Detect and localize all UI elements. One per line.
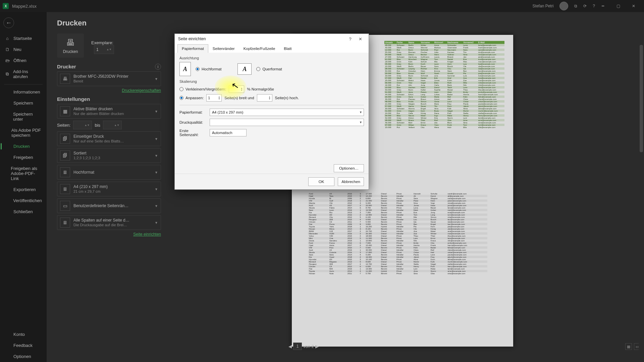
setting-icon: 🗏	[60, 167, 70, 177]
fit-wide-spinner[interactable]: 1▲▼	[206, 94, 222, 102]
nav-item-12[interactable]: Veröffentlichen	[0, 195, 47, 206]
scaling-label: Skalierung	[179, 79, 364, 83]
fit-tall-spinner[interactable]: ▲▼	[257, 94, 272, 102]
pages-to-input[interactable]: ▲▼	[103, 121, 122, 129]
page-navigation: ◀ 1 von 2 ▶	[288, 343, 319, 350]
copies-spinner[interactable]: 1▲▼	[94, 45, 114, 54]
app-icon: X	[3, 3, 9, 9]
portrait-radio[interactable]: Hochformat	[196, 67, 221, 71]
chevron-down-icon: ▼	[155, 171, 158, 174]
chevron-down-icon: ▼	[155, 187, 158, 191]
nav-footer-1[interactable]: Feedback	[0, 340, 47, 351]
nav-item-6[interactable]: Speichern unter	[0, 109, 47, 125]
show-margins-button[interactable]: ▦	[625, 343, 632, 350]
back-button[interactable]: ←	[3, 17, 14, 28]
dialog-tabs: Papierformat Seitenränder Kopfzeile/Fußz…	[175, 44, 369, 53]
page-setup-dialog: Seite einrichten ? ✕ Papierformat Seiten…	[174, 34, 369, 190]
nav-footer-0[interactable]: Konto	[0, 329, 47, 340]
nav-item-4[interactable]: Informationen	[0, 86, 47, 98]
setting-card-5[interactable]: ▭Benutzerdefinierte Seitenrän…▼	[57, 198, 161, 213]
chevron-down-icon: ▼	[155, 110, 158, 113]
tab-seitenraender[interactable]: Seitenränder	[208, 44, 239, 53]
dialog-title: Seite einrichten	[178, 37, 345, 41]
nav-footer-2[interactable]: Optionen	[0, 351, 47, 362]
copies-label: Exemplare:	[91, 40, 113, 45]
nav-item-7[interactable]: Als Adobe PDF speichern	[0, 125, 47, 141]
landscape-icon: A	[237, 63, 252, 75]
next-page-button[interactable]: ▶	[315, 344, 319, 349]
sync-icon[interactable]: ⟳	[583, 4, 587, 8]
adjust-suffix: % Normalgröße	[247, 87, 274, 91]
nav-item-5[interactable]: Speichern	[0, 98, 47, 109]
info-icon[interactable]: i	[155, 64, 161, 70]
cancel-button[interactable]: Abbrechen	[338, 177, 364, 186]
paper-size-label: Papierformat:	[179, 110, 206, 114]
setting-card-1[interactable]: 🗐Einseitiger DruckNur auf eine Seite des…	[57, 131, 161, 146]
tab-kopfzeile[interactable]: Kopfzeile/Fußzeile	[239, 44, 280, 53]
options-button[interactable]: Optionen…	[334, 164, 364, 172]
page-number-input[interactable]: 1	[293, 343, 302, 350]
fit-tall-label: Seite(n) hoch.	[275, 96, 299, 100]
nav-item-13[interactable]: Schließen	[0, 206, 47, 217]
adjust-radio[interactable]: Verkleinern/Vergrößern:	[179, 87, 226, 91]
settings-heading: Einstellungen	[57, 96, 161, 102]
nav-item-10[interactable]: Freigeben als Adobe-PDF-Link	[0, 163, 47, 184]
backstage-nav: ← ⌂Startseite🗋Neu🗁Öffnen⧉Add-Ins abrufen…	[0, 12, 47, 362]
nav-item-3[interactable]: ⧉Add-Ins abrufen	[0, 66, 47, 82]
page-setup-link[interactable]: Seite einrichten	[133, 232, 161, 237]
avatar[interactable]	[559, 2, 568, 10]
print-button[interactable]: 🖶 Drucken	[57, 34, 84, 58]
minimize-button[interactable]: ━	[595, 0, 610, 12]
setting-card-3[interactable]: 🗏Hochformat▼	[57, 165, 161, 180]
tab-blatt[interactable]: Blatt	[279, 44, 296, 53]
fit-radio[interactable]: Anpassen:	[179, 96, 204, 100]
printer-properties-link[interactable]: Druckereigenschaften	[122, 88, 161, 93]
share-icon[interactable]: ⧉	[574, 4, 577, 8]
print-quality-select[interactable]: ▼	[210, 119, 364, 126]
prev-page-button[interactable]: ◀	[288, 344, 292, 349]
orientation-group: Ausrichtung A Hochformat A Querformat	[179, 56, 364, 76]
nav-item-8[interactable]: Drucken	[0, 141, 47, 152]
scaling-group: Skalierung Verkleinern/Vergrößern: ▲▼ % …	[179, 79, 364, 102]
setting-icon: ▦	[60, 106, 70, 116]
chevron-down-icon: ▼	[155, 137, 158, 141]
titlebar: X Mappe2.xlsx Stefan Petri ⧉ ⟳ ? ━ ▢ ✕	[0, 0, 644, 12]
paper-size-select[interactable]: A4 (210 x 297 mm)▼	[210, 109, 364, 116]
setting-card-2[interactable]: 🗐Sortiert1;2;3 1;2;3 1;2;3▼	[57, 148, 161, 163]
landscape-radio[interactable]: Querformat	[256, 67, 282, 71]
setting-card-0[interactable]: ▦Aktive Blätter druckenNur die aktiven B…	[57, 104, 161, 119]
dialog-titlebar: Seite einrichten ? ✕	[175, 34, 369, 44]
scrollbar[interactable]	[639, 32, 644, 352]
setting-card-4[interactable]: 🗏A4 (210 x 297 mm)21 cm x 29,7 cm▼	[57, 182, 161, 196]
pages-from-input[interactable]: ▲▼	[73, 121, 92, 129]
setting-icon: 🗏	[60, 218, 70, 228]
setting-icon: 🗏	[60, 184, 70, 194]
setting-icon: 🗐	[60, 150, 70, 161]
ok-button[interactable]: OK	[308, 177, 334, 186]
nav-item-1[interactable]: 🗋Neu	[0, 44, 47, 55]
nav-icon: ⌂	[5, 36, 10, 41]
printer-selector[interactable]: 🖶 Brother MFC-J5620DW PrinterBereit ▼	[57, 71, 161, 86]
help-icon[interactable]: ?	[593, 4, 595, 8]
portrait-icon: A	[179, 62, 191, 76]
adjust-percent-spinner[interactable]: ▲▼	[229, 85, 244, 93]
close-button[interactable]: ✕	[626, 0, 641, 12]
filename-label: Mappe2.xlsx	[12, 4, 37, 9]
first-page-input[interactable]: Automatisch	[210, 129, 247, 136]
nav-item-11[interactable]: Exportieren	[0, 184, 47, 195]
pages-label: Seiten:	[57, 123, 70, 128]
print-title: Drucken	[47, 12, 644, 31]
dialog-close-button[interactable]: ✕	[355, 37, 365, 42]
maximize-button[interactable]: ▢	[610, 0, 626, 12]
nav-icon: 🗁	[5, 58, 10, 63]
dialog-help-button[interactable]: ?	[345, 37, 355, 42]
nav-item-0[interactable]: ⌂Startseite	[0, 33, 47, 44]
chevron-down-icon: ▼	[155, 204, 158, 208]
tab-papierformat[interactable]: Papierformat	[177, 44, 208, 53]
printer-heading: Drucker i	[57, 64, 161, 69]
first-page-label: Erste Seitenzahl:	[179, 129, 206, 137]
print-button-label: Drucken	[63, 49, 78, 54]
nav-item-2[interactable]: 🗁Öffnen	[0, 55, 47, 66]
nav-item-9[interactable]: Freigeben	[0, 152, 47, 163]
setting-card-6[interactable]: 🗏Alle Spalten auf einer Seite d…Die Druc…	[57, 215, 161, 230]
